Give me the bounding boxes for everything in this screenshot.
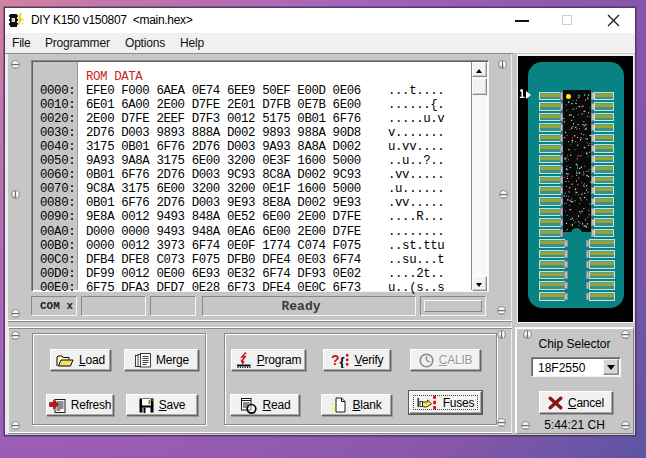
svg-text:{: { (339, 354, 344, 369)
svg-text:?: ? (331, 352, 339, 368)
